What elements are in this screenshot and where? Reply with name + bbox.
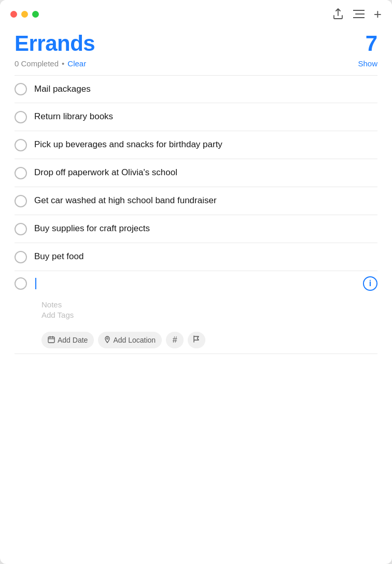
task-text-7: Buy pet food [34, 251, 377, 262]
maximize-button[interactable] [32, 11, 39, 18]
completed-count: 0 Completed [15, 59, 59, 68]
add-icon[interactable]: + [374, 7, 382, 21]
list-item: Return library books [15, 103, 377, 131]
show-button[interactable]: Show [358, 59, 377, 68]
content-area: Errands 7 0 Completed • Clear Show Mail … [0, 26, 392, 564]
header-row: Errands 7 [15, 31, 377, 56]
new-task-item: i Notes Add Tags [15, 271, 377, 354]
task-text-3: Pick up beverages and snacks for birthda… [34, 139, 377, 150]
add-date-label: Add Date [58, 336, 88, 344]
list-item: Mail packages [15, 75, 377, 103]
task-checkbox-1[interactable] [15, 83, 27, 95]
share-icon[interactable] [332, 8, 344, 20]
list-item: Drop off paperwork at Olivia's school [15, 159, 377, 187]
task-checkbox-3[interactable] [15, 139, 27, 151]
task-count: 7 [366, 31, 377, 56]
task-checkbox-5[interactable] [15, 195, 27, 207]
close-button[interactable] [10, 11, 17, 18]
add-date-button[interactable]: Add Date [41, 332, 94, 348]
title-bar: + [0, 0, 392, 26]
list-item: Buy pet food [15, 243, 377, 271]
task-text-6: Buy supplies for craft projects [34, 223, 377, 234]
calendar-icon [48, 336, 55, 345]
add-tag-button[interactable]: # [166, 332, 184, 348]
task-text-2: Return library books [34, 111, 377, 122]
list-item: Buy supplies for craft projects [15, 215, 377, 243]
title-bar-actions: + [332, 7, 382, 21]
add-flag-button[interactable] [188, 332, 205, 348]
task-checkbox-7[interactable] [15, 251, 27, 263]
notes-placeholder[interactable]: Notes [41, 300, 74, 309]
hash-icon: # [173, 335, 177, 345]
flag-icon [193, 335, 200, 345]
completed-row: 0 Completed • Clear Show [15, 59, 377, 68]
text-cursor [35, 278, 36, 289]
completed-info: 0 Completed • Clear [15, 59, 86, 68]
task-checkbox-2[interactable] [15, 111, 27, 123]
add-location-button[interactable]: Add Location [98, 332, 162, 348]
location-icon [104, 336, 110, 345]
minimize-button[interactable] [21, 11, 28, 18]
list-options-icon[interactable] [353, 9, 365, 19]
completed-dot: • [62, 59, 64, 68]
app-window: + Errands 7 0 Completed • Clear Show Mai… [0, 0, 392, 564]
clear-button[interactable]: Clear [67, 59, 86, 68]
new-item-actions: Add Date Add Location # [15, 332, 205, 348]
task-checkbox-6[interactable] [15, 223, 27, 235]
add-location-label: Add Location [113, 336, 156, 344]
info-icon[interactable]: i [363, 276, 377, 291]
svg-rect-3 [48, 337, 54, 343]
list-item: Pick up beverages and snacks for birthda… [15, 131, 377, 159]
list-title: Errands [15, 31, 95, 56]
traffic-lights [10, 11, 39, 18]
task-text-1: Mail packages [34, 83, 377, 95]
task-text-4: Drop off paperwork at Olivia's school [34, 167, 377, 178]
svg-point-7 [107, 337, 108, 339]
tasks-list: Mail packages Return library books Pick … [15, 75, 377, 354]
list-item: Get car washed at high school band fundr… [15, 187, 377, 215]
task-checkbox-4[interactable] [15, 167, 27, 179]
tags-placeholder[interactable]: Add Tags [41, 311, 74, 319]
new-task-checkbox[interactable] [15, 277, 27, 290]
task-text-5: Get car washed at high school band fundr… [34, 195, 377, 206]
